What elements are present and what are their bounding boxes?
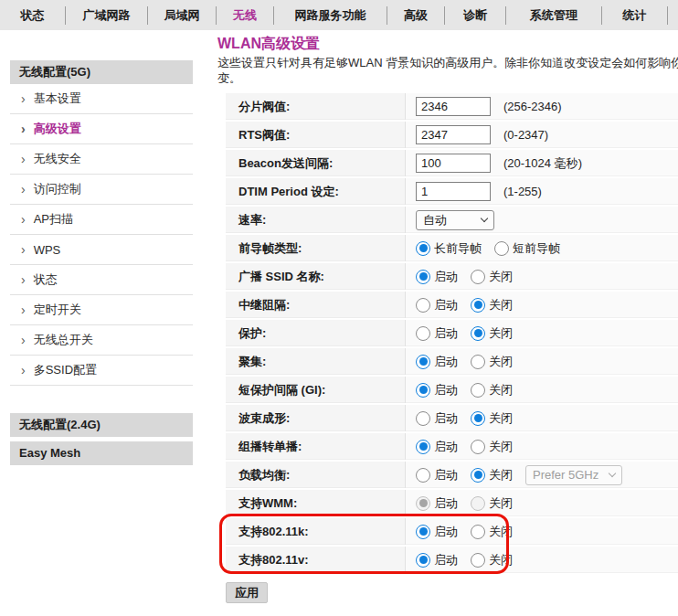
sidebar-header-easy-mesh[interactable]: Easy Mesh bbox=[10, 441, 193, 465]
nav-tab-statistics[interactable]: 统计 bbox=[602, 0, 667, 30]
beamforming-option-1[interactable]: 关闭 bbox=[471, 410, 513, 427]
settings-row-beamforming: 波束成形:启动关闭 bbox=[226, 405, 678, 433]
rts-threshold-input[interactable] bbox=[416, 125, 491, 144]
load-balancing-option-1[interactable]: 关闭 bbox=[471, 467, 513, 483]
radio-checked-icon[interactable] bbox=[416, 553, 430, 568]
radio-unchecked-icon[interactable] bbox=[471, 553, 485, 568]
chevron-right-icon: › bbox=[21, 334, 26, 346]
radio-unchecked-icon[interactable] bbox=[471, 525, 485, 539]
protection-option-1[interactable]: 关闭 bbox=[471, 325, 513, 342]
radio-unchecked-icon[interactable] bbox=[471, 270, 485, 284]
radio-unchecked-icon[interactable] bbox=[416, 326, 430, 341]
sidebar-item-ap-scan[interactable]: ›AP扫描 bbox=[10, 205, 193, 235]
multicast-to-unicast-option-label: 启动 bbox=[434, 439, 458, 455]
nav-tab-work[interactable]: 工作 bbox=[668, 0, 678, 30]
support-80211v-option-1[interactable]: 关闭 bbox=[471, 552, 513, 568]
radio-checked-icon[interactable] bbox=[416, 525, 430, 539]
beamforming-option-0[interactable]: 启动 bbox=[416, 410, 458, 427]
page-description-line2: 变。 bbox=[217, 70, 678, 86]
settings-row-beacon-interval: Beacon发送间隔:(20-1024 毫秒) bbox=[226, 150, 678, 178]
nav-tab-status[interactable]: 状态 bbox=[0, 0, 65, 30]
radio-unchecked-icon[interactable] bbox=[416, 468, 430, 483]
multicast-to-unicast-option-0[interactable]: 启动 bbox=[416, 439, 458, 455]
nav-tab-advanced[interactable]: 高级 bbox=[387, 0, 444, 30]
sidebar-item-access-control[interactable]: ›访问控制 bbox=[10, 175, 193, 205]
sidebar: 无线配置(5G) ›基本设置›高级设置›无线安全›访问控制›AP扫描›WPS›状… bbox=[0, 30, 217, 603]
settings-row-preamble-type: 前导帧类型:长前导帧短前导帧 bbox=[226, 235, 678, 263]
sidebar-item-wps[interactable]: ›WPS bbox=[10, 235, 193, 265]
sidebar-item-wireless-master-switch[interactable]: ›无线总开关 bbox=[10, 325, 193, 356]
support-80211v-option-label: 启动 bbox=[434, 552, 458, 568]
preamble-type-option-0[interactable]: 长前导帧 bbox=[416, 240, 482, 257]
short-gi-option-0[interactable]: 启动 bbox=[416, 382, 458, 398]
sidebar-item-wireless-security[interactable]: ›无线安全 bbox=[10, 144, 193, 175]
radio-checked-icon[interactable] bbox=[471, 326, 485, 341]
nav-tab-network-services[interactable]: 网路服务功能 bbox=[274, 0, 387, 30]
relay-blocking-option-0[interactable]: 启动 bbox=[416, 297, 458, 313]
load-balancing-mode-select: Prefer 5GHz bbox=[525, 465, 622, 485]
short-gi-control: 启动关闭 bbox=[406, 377, 678, 403]
sidebar-item-multi-ssid[interactable]: ›多SSID配置 bbox=[10, 356, 193, 386]
support-80211k-option-0[interactable]: 启动 bbox=[416, 524, 458, 540]
radio-checked-icon[interactable] bbox=[416, 440, 430, 454]
protection-option-0[interactable]: 启动 bbox=[416, 325, 458, 342]
nav-tab-diagnostics[interactable]: 诊断 bbox=[445, 0, 505, 30]
radio-checked-icon[interactable] bbox=[416, 270, 430, 284]
radio-unchecked-icon[interactable] bbox=[471, 440, 485, 454]
load-balancing-control: 启动关闭Prefer 5GHz bbox=[406, 462, 678, 488]
aggregation-option-1[interactable]: 关闭 bbox=[471, 354, 513, 370]
sidebar-header-wireless-24g[interactable]: 无线配置(2.4G) bbox=[10, 413, 193, 437]
radio-unchecked-icon[interactable] bbox=[416, 298, 430, 313]
radio-unchecked-icon[interactable] bbox=[471, 383, 485, 398]
settings-row-rate: 速率:自动 bbox=[226, 207, 678, 235]
sidebar-item-basic-settings[interactable]: ›基本设置 bbox=[10, 84, 193, 114]
sidebar-item-status[interactable]: ›状态 bbox=[10, 265, 193, 295]
beacon-interval-input[interactable] bbox=[416, 154, 491, 173]
short-gi-option-1[interactable]: 关闭 bbox=[471, 382, 513, 398]
support-80211k-option-1[interactable]: 关闭 bbox=[471, 524, 513, 540]
rate-select[interactable]: 自动 bbox=[416, 210, 494, 230]
sidebar-item-label: WPS bbox=[34, 243, 61, 257]
radio-unchecked-icon[interactable] bbox=[416, 411, 430, 426]
nav-tab-lan[interactable]: 局域网 bbox=[148, 0, 216, 30]
load-balancing-option-0[interactable]: 启动 bbox=[416, 467, 458, 483]
multicast-to-unicast-label: 组播转单播: bbox=[226, 433, 406, 460]
sidebar-item-label: 状态 bbox=[34, 271, 58, 288]
support-80211v-option-0[interactable]: 启动 bbox=[416, 552, 458, 568]
multicast-to-unicast-option-1[interactable]: 关闭 bbox=[471, 439, 513, 455]
load-balancing-option-label: 启动 bbox=[434, 467, 458, 483]
beamforming-control: 启动关闭 bbox=[406, 405, 678, 431]
settings-row-rts-threshold: RTS阀值:(0-2347) bbox=[226, 122, 678, 150]
beamforming-option-label: 启动 bbox=[434, 410, 458, 427]
radio-checked-icon[interactable] bbox=[416, 383, 430, 398]
chevron-down-icon bbox=[609, 470, 616, 477]
aggregation-option-0[interactable]: 启动 bbox=[416, 354, 458, 370]
sidebar-header-wireless-5g[interactable]: 无线配置(5G) bbox=[10, 60, 193, 84]
radio-checked-icon[interactable] bbox=[416, 241, 430, 256]
nav-tab-system-management[interactable]: 系统管理 bbox=[506, 0, 601, 30]
nav-tab-wan[interactable]: 广域网路 bbox=[66, 0, 147, 30]
wmm-support-label: 支持WMM: bbox=[226, 490, 406, 516]
chevron-right-icon: › bbox=[21, 122, 26, 135]
radio-checked-icon[interactable] bbox=[416, 355, 430, 369]
sidebar-item-advanced-settings[interactable]: ›高级设置 bbox=[10, 114, 193, 144]
support-80211v-label: 支持802.11v: bbox=[226, 547, 406, 573]
preamble-type-option-1[interactable]: 短前导帧 bbox=[494, 240, 560, 257]
dtim-period-input[interactable] bbox=[416, 182, 491, 201]
chevron-right-icon: › bbox=[21, 213, 26, 226]
page-description-line1: 这些设置只针对具有足够WLAN 背景知识的高级用户。除非你知道改变设定会如何影响… bbox=[217, 55, 678, 70]
router-admin-page: 状态广域网路局域网无线网路服务功能高级诊断系统管理统计工作 无线配置(5G) ›… bbox=[0, 0, 678, 616]
sidebar-item-schedule[interactable]: ›定时开关 bbox=[10, 295, 193, 325]
broadcast-ssid-option-1[interactable]: 关闭 bbox=[471, 269, 513, 285]
nav-tab-wireless[interactable]: 无线 bbox=[217, 0, 273, 30]
fragment-threshold-input[interactable] bbox=[416, 97, 491, 116]
radio-checked-icon[interactable] bbox=[471, 411, 485, 426]
radio-checked-icon[interactable] bbox=[471, 468, 485, 483]
radio-unchecked-icon[interactable] bbox=[471, 355, 485, 369]
broadcast-ssid-option-0[interactable]: 启动 bbox=[416, 269, 458, 285]
apply-button[interactable]: 应用 bbox=[226, 582, 268, 603]
radio-unchecked-icon[interactable] bbox=[494, 241, 509, 256]
relay-blocking-option-1[interactable]: 关闭 bbox=[471, 297, 513, 313]
radio-checked-icon[interactable] bbox=[471, 298, 485, 313]
protection-option-label: 启动 bbox=[434, 325, 458, 342]
